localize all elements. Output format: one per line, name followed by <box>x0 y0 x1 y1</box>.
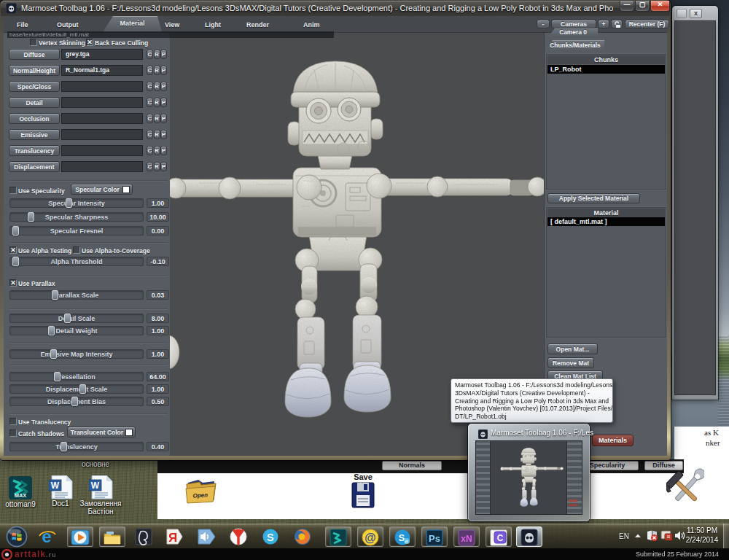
slot-file-field[interactable] <box>61 129 143 140</box>
slot-p-button[interactable]: P <box>160 130 167 139</box>
specular-intensity-handle[interactable] <box>66 198 72 208</box>
background-window[interactable]: x <box>672 6 718 400</box>
slot-button-translucency[interactable]: Translucency <box>9 145 60 156</box>
slot-r-button[interactable]: R <box>154 146 160 155</box>
menu-output[interactable]: Output <box>57 20 79 31</box>
tray-clock[interactable]: 11:50 PM 2/24/2014 <box>682 526 722 546</box>
slot-r-button[interactable]: R <box>154 130 160 139</box>
close-button[interactable]: ✕ <box>650 1 670 12</box>
taskbar-icon-ic-app[interactable]: C <box>486 526 512 547</box>
slot-c-button[interactable]: C <box>147 82 153 91</box>
tab-camera-0[interactable]: Camera 0 <box>548 28 598 36</box>
cameras-collapse-button[interactable]: - <box>537 20 550 28</box>
show-desktop-button[interactable] <box>723 524 729 548</box>
camera-lock-button[interactable] <box>611 20 623 28</box>
specular-intensity-value[interactable]: 1.00 <box>147 198 169 208</box>
taskbar-icon-3ds-max[interactable] <box>325 526 351 547</box>
specular-fresnel-value[interactable]: 0.00 <box>147 226 169 236</box>
slot-c-button[interactable]: C <box>147 114 153 123</box>
slot-p-button[interactable]: P <box>160 82 167 91</box>
taskbar-icon-windows-media-player[interactable] <box>67 526 93 547</box>
tessellation-handle[interactable] <box>54 372 61 381</box>
taskbar-icon-firefox[interactable] <box>292 528 314 547</box>
titlebar[interactable]: Marmoset Toolbag 1.06 - F:/Lessons3d mod… <box>1 1 670 16</box>
taskbar-icon-internet-explorer[interactable]: e <box>37 528 59 547</box>
parallax-scale-handle[interactable] <box>52 290 58 300</box>
taskbar-icon-mailru-agent[interactable]: @ <box>357 526 383 547</box>
slot-r-button[interactable]: R <box>154 114 160 123</box>
detail-scale-value[interactable]: 8.00 <box>147 314 169 323</box>
materials-red-button[interactable]: Materials <box>592 435 634 446</box>
taskbar-icon-photoshop[interactable]: Ps <box>421 526 448 547</box>
displacement-scale-handle[interactable] <box>79 384 86 394</box>
slot-p-button[interactable]: P <box>160 114 167 123</box>
background-window-button[interactable] <box>677 9 687 18</box>
desktop-icon-ottoman9[interactable]: MAX ottoman9 <box>0 475 41 508</box>
taskbar-icon-skype[interactable]: S <box>260 528 282 547</box>
maximize-button[interactable]: ▢ <box>635 1 650 12</box>
specular-fresnel-handle[interactable] <box>12 226 19 236</box>
tray-language[interactable]: EN <box>619 532 629 540</box>
emissive-map-intensity-slider[interactable]: Emissive Map Intensity <box>9 349 144 359</box>
remove-mat-button[interactable]: Remove Mat <box>547 357 594 368</box>
specular-color-button[interactable]: Specular Color <box>71 184 133 195</box>
use-alpha-to-coverage-checkbox[interactable] <box>73 246 80 254</box>
detail-weight-slider[interactable]: Detail Weight <box>9 326 144 335</box>
menu-light[interactable]: Light <box>205 20 221 31</box>
slot-p-button[interactable]: P <box>160 146 167 155</box>
start-button[interactable] <box>6 526 28 548</box>
slot-c-button[interactable]: C <box>147 66 153 75</box>
slot-button-detail[interactable]: Detail <box>9 97 60 108</box>
slot-file-field[interactable] <box>61 97 143 108</box>
slot-c-button[interactable]: C <box>147 146 153 155</box>
specular-sharpness-handle[interactable] <box>28 212 34 222</box>
displacement-scale-slider[interactable]: Displacement Scale <box>9 384 144 394</box>
specular-sharpness-value[interactable]: 10.00 <box>147 212 169 222</box>
slot-button-diffuse[interactable]: Diffuse <box>9 49 60 60</box>
menu-material[interactable]: Material <box>103 16 162 32</box>
alpha-threshold-value[interactable]: -0.10 <box>147 257 169 266</box>
displacement-bias-value[interactable]: 0.50 <box>147 397 169 406</box>
camera-add-button[interactable]: + <box>598 20 609 28</box>
detail-weight-handle[interactable] <box>48 326 55 335</box>
menu-anim[interactable]: Anim <box>303 20 320 31</box>
use-parallax-checkbox[interactable]: ✕ <box>9 279 17 287</box>
slot-c-button[interactable]: C <box>147 162 153 171</box>
use-specularity-checkbox[interactable] <box>9 187 17 194</box>
slot-r-button[interactable]: R <box>154 98 160 107</box>
slot-button-spec-gloss[interactable]: Spec/Gloss <box>9 81 60 92</box>
alpha-threshold-slider[interactable]: Alpha Threshold <box>9 257 144 266</box>
tray-expand-icon[interactable] <box>634 533 642 539</box>
slot-file-field[interactable]: R_Normal1.tga <box>61 65 143 76</box>
open-mat-button[interactable]: Open Mat... <box>547 343 598 354</box>
slot-button-normal-height[interactable]: Normal/Height <box>9 65 60 76</box>
save-floppy-image[interactable] <box>351 482 375 508</box>
taskbar-icon-explorer-folder[interactable] <box>99 526 125 547</box>
back-face-culling-checkbox[interactable]: ✕ <box>86 39 93 46</box>
translucent-color-button[interactable]: Translucent Color <box>67 427 136 438</box>
tray-app-icon[interactable] <box>660 529 673 542</box>
vertex-skinning-checkbox[interactable] <box>30 39 37 46</box>
tray-action-center-icon[interactable] <box>646 529 658 542</box>
taskbar-icon-marmoset-toolbag[interactable] <box>516 526 542 547</box>
taskbar-icon-s-messenger[interactable]: Se <box>389 526 416 547</box>
emissive-map-intensity-value[interactable]: 1.00 <box>147 349 169 359</box>
minimize-button[interactable]: — <box>620 1 634 12</box>
recenter-button[interactable]: Recenter (F) <box>625 20 669 28</box>
catch-shadows-checkbox[interactable] <box>9 429 17 437</box>
taskbar-icon-xnormal[interactable]: xN <box>453 526 480 547</box>
apply-selected-material-button[interactable]: Apply Selected Material <box>547 193 640 203</box>
slot-p-button[interactable]: P <box>160 66 167 75</box>
slot-r-button[interactable]: R <box>154 66 160 75</box>
specular-intensity-slider[interactable]: Specular Intensity <box>9 198 144 208</box>
slot-r-button[interactable]: R <box>154 82 160 91</box>
detail-weight-value[interactable]: 1.00 <box>147 326 169 335</box>
translucency-value[interactable]: 0.40 <box>147 442 169 451</box>
alpha-threshold-handle[interactable] <box>12 257 19 266</box>
slot-r-button[interactable]: R <box>154 162 160 171</box>
chunk-item-lp-robot[interactable]: LP_Robot <box>547 65 665 74</box>
specular-sharpness-slider[interactable]: Specular Sharpness <box>9 212 144 222</box>
slot-c-button[interactable]: C <box>147 130 153 139</box>
translucency-slider[interactable]: Translucency <box>9 442 144 451</box>
slot-file-field[interactable] <box>61 145 143 156</box>
